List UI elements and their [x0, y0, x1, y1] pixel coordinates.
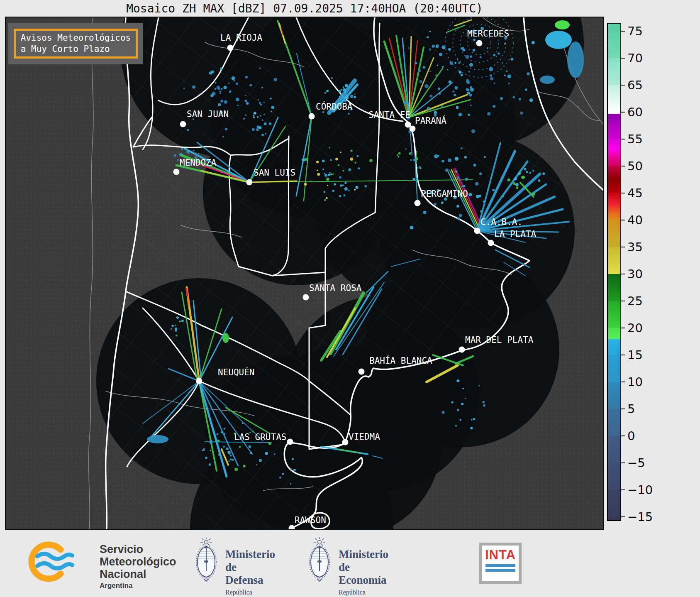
radar-echo-speck — [447, 69, 449, 71]
colorbar-tick-label: 20 — [627, 322, 643, 334]
inta-wordmark: INTA — [482, 548, 519, 563]
radar-echo-speck — [310, 181, 312, 182]
colorbar-tick-label: 70 — [627, 52, 643, 64]
radar-echo-speck — [369, 159, 373, 162]
colorbar-segment — [608, 247, 620, 274]
colorbar-tick — [621, 274, 625, 274]
colorbar-segment — [608, 301, 620, 328]
radar-echo-speck — [181, 320, 184, 322]
radar-echo-speck — [249, 446, 251, 448]
colorbar-tick — [621, 193, 625, 193]
radar-echo-speck — [225, 128, 227, 130]
radar-echo-speck — [203, 448, 205, 451]
radar-echo-speck — [220, 93, 221, 94]
radar-echo-speck — [465, 398, 466, 399]
colorbar-tick-label: 35 — [627, 241, 643, 253]
radar-echo-speck — [498, 52, 500, 54]
radar-echo-speck — [245, 100, 247, 102]
radar-echo-speck — [532, 193, 535, 196]
economia-sub: República Argentina — [339, 589, 388, 597]
radar-echo-speck — [532, 41, 535, 44]
radar-echo-speck — [513, 96, 515, 98]
radar-echo-speck — [527, 72, 529, 75]
radar-echo-speck — [494, 83, 495, 84]
city-label: MERCEDES — [467, 29, 509, 38]
radar-echo-speck — [343, 88, 346, 91]
radar-echo-speck — [405, 148, 406, 149]
short-term-warnings-link[interactable]: Avisos Meteorológicos a Muy Corto Plazo — [14, 29, 138, 59]
radar-echo-speck — [257, 116, 259, 118]
radar-echo-speck — [526, 171, 528, 173]
radar-echo-speck — [290, 483, 291, 484]
radar-echo-speck — [218, 103, 221, 107]
city-label: LA RIOJA — [220, 33, 262, 42]
city-label: BAHÍA BLANCA — [369, 356, 432, 365]
radar-echo-speck — [209, 440, 212, 443]
radar-echo-speck — [230, 459, 232, 461]
smn-name-line3: Nacional — [100, 568, 176, 580]
colorbar-segment — [608, 463, 620, 490]
city-label: RAWSON — [295, 516, 326, 525]
radar-echo-speck — [504, 75, 506, 76]
radar-echo-speck — [188, 153, 190, 154]
radar-echo-speck — [183, 88, 185, 89]
radar-echo-speck — [442, 411, 445, 414]
colorbar-tick — [621, 409, 625, 409]
radar-echo-speck — [198, 153, 199, 154]
city-marker-dot — [359, 369, 365, 375]
colorbar-tick — [621, 382, 625, 382]
colorbar-tick-label: 65 — [627, 79, 643, 91]
radar-echo-speck — [176, 316, 179, 319]
footer-logos: Servicio Meteorológico Nacional Argentin… — [0, 530, 700, 597]
radar-echo-speck — [429, 71, 431, 72]
smn-logo: Servicio Meteorológico Nacional Argentin… — [25, 536, 75, 591]
radar-echo-speck — [496, 56, 498, 57]
radar-echo-speck — [479, 195, 481, 197]
inta-bar-2 — [485, 569, 515, 572]
radar-echo-speck — [412, 178, 415, 181]
colorbar-tick-label: 30 — [627, 268, 643, 280]
radar-echo-speck — [441, 201, 444, 204]
city-marker-dot — [459, 347, 465, 353]
radar-echo-speck — [445, 169, 449, 172]
radar-echo-speck — [348, 190, 350, 191]
defensa-line1: Ministerio — [225, 548, 275, 561]
defensa-line2: de Defensa — [225, 561, 275, 587]
radar-echo-speck — [180, 153, 182, 155]
radar-echo-speck — [457, 218, 460, 220]
radar-echo-speck — [397, 154, 398, 156]
radar-echo-speck — [461, 147, 463, 149]
radar-echo-speck — [174, 154, 176, 157]
radar-echo-speck — [260, 104, 261, 105]
radar-echo-speck — [172, 325, 174, 327]
colorbar-tick — [621, 489, 625, 490]
radar-echo-speck — [529, 172, 532, 174]
radar-echo-speck — [429, 95, 432, 98]
radar-echo-speck — [210, 94, 213, 97]
radar-echo-speck — [507, 179, 510, 181]
colorbar-tick-label: 15 — [627, 349, 643, 361]
radar-echo-speck — [328, 174, 330, 176]
colorbar-segment — [608, 166, 620, 193]
colorbar-tick-label: 60 — [627, 106, 643, 118]
radar-echo-speck — [513, 182, 515, 185]
radar-echo-speck — [331, 174, 333, 176]
radar-echo-speck — [478, 385, 480, 386]
radar-echo-speck — [410, 226, 414, 230]
radar-echo-speck — [304, 183, 307, 186]
radar-echo-speck — [224, 100, 227, 104]
radar-echo-speck — [415, 157, 418, 160]
colorbar-tick-label: −5 — [627, 457, 645, 469]
radar-echo-speck — [468, 114, 470, 116]
radar-echo-speck — [455, 171, 458, 173]
radar-echo-speck — [475, 182, 478, 186]
radar-echo-speck — [256, 464, 257, 465]
radar-echo-speck — [487, 47, 488, 49]
radar-echo-speck — [193, 150, 194, 151]
radar-echo-speck — [333, 174, 334, 175]
city-marker-dot — [180, 121, 186, 127]
radar-echo-speck — [344, 91, 346, 93]
radar-echo-speck — [250, 452, 252, 454]
radar-echo-speck — [344, 182, 346, 184]
radar-echo-speck — [470, 105, 472, 106]
